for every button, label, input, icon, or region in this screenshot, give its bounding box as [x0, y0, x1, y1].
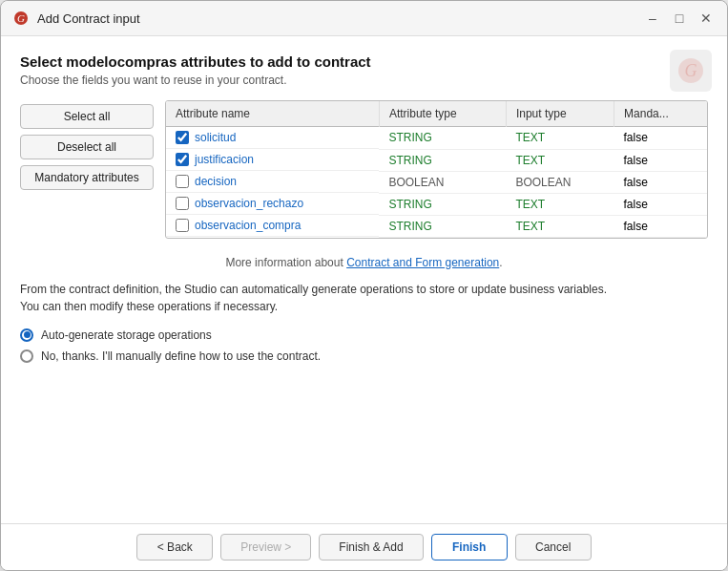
minimize-button[interactable]: –: [643, 9, 662, 28]
table-row: justificacion STRING TEXT false: [166, 149, 707, 171]
cell-input-2: BOOLEAN: [506, 171, 614, 193]
cell-type-4: STRING: [379, 215, 506, 237]
cell-name-4: observacion_compra: [166, 215, 379, 237]
col-header-mandatory: Manda...: [614, 101, 707, 127]
col-header-name: Attribute name: [166, 101, 379, 127]
title-bar-left: G Add Contract input: [12, 10, 140, 27]
attributes-section: Select all Deselect all Mandatory attrib…: [20, 100, 708, 239]
mandatory-attributes-button[interactable]: Mandatory attributes: [20, 165, 154, 190]
cell-name-3: observacion_rechazo: [166, 193, 379, 215]
brand-watermark: G: [670, 50, 712, 92]
footer: < Back Preview > Finish & Add Finish Can…: [1, 524, 727, 570]
left-button-group: Select all Deselect all Mandatory attrib…: [20, 100, 154, 239]
cell-type-3: STRING: [379, 193, 506, 215]
radio-manual[interactable]: No, thanks. I'll manually define how to …: [20, 349, 708, 363]
cell-type-1: STRING: [379, 149, 506, 171]
table-header-row: Attribute name Attribute type Input type…: [166, 101, 707, 127]
radio-auto[interactable]: Auto-generate storage operations: [20, 328, 708, 342]
cell-mandatory-0: false: [614, 127, 707, 150]
cell-mandatory-3: false: [614, 193, 707, 215]
contract-form-link[interactable]: Contract and Form generation: [346, 256, 499, 269]
row-checkbox-3[interactable]: [176, 197, 189, 210]
attr-name-0: solicitud: [195, 131, 236, 144]
more-info-text: More information about Contract and Form…: [20, 256, 708, 269]
radio-group: Auto-generate storage operations No, tha…: [20, 328, 708, 363]
radio-auto-indicator: [20, 328, 33, 342]
deselect-all-button[interactable]: Deselect all: [20, 135, 154, 159]
table-row: observacion_compra STRING TEXT false: [166, 215, 707, 237]
attr-name-2: decision: [195, 175, 237, 188]
cell-mandatory-1: false: [614, 149, 707, 171]
app-icon: G: [12, 10, 30, 27]
cell-input-1: TEXT: [506, 149, 614, 171]
cell-input-0: TEXT: [506, 127, 614, 150]
cell-input-3: TEXT: [506, 193, 614, 215]
finish-add-button[interactable]: Finish & Add: [319, 534, 423, 560]
title-bar: G Add Contract input – □ ✕: [1, 1, 727, 36]
col-header-type: Attribute type: [379, 101, 506, 127]
cell-name-0: solicitud: [166, 127, 379, 149]
attr-name-4: observacion_compra: [195, 219, 301, 232]
table-row: observacion_rechazo STRING TEXT false: [166, 193, 707, 215]
table-row: solicitud STRING TEXT false: [166, 127, 707, 150]
col-header-input: Input type: [506, 101, 614, 127]
finish-button[interactable]: Finish: [431, 534, 508, 560]
row-checkbox-1[interactable]: [176, 153, 189, 166]
cell-mandatory-2: false: [614, 171, 707, 193]
table-row: decision BOOLEAN BOOLEAN false: [166, 171, 707, 193]
back-button[interactable]: < Back: [136, 534, 213, 560]
page-title: Select modelocompras attributes to add t…: [20, 53, 708, 70]
preview-button[interactable]: Preview >: [220, 534, 311, 560]
attributes-table: Attribute name Attribute type Input type…: [166, 101, 707, 238]
cell-type-2: BOOLEAN: [379, 171, 506, 193]
svg-text:G: G: [685, 61, 697, 80]
title-bar-controls: – □ ✕: [643, 9, 716, 28]
content-area: G Select modelocompras attributes to add…: [1, 36, 727, 523]
cell-name-2: decision: [166, 171, 379, 193]
window-title: Add Contract input: [37, 11, 140, 26]
attr-name-3: observacion_rechazo: [195, 197, 303, 210]
row-checkbox-4[interactable]: [176, 219, 189, 232]
cancel-button[interactable]: Cancel: [515, 534, 592, 560]
page-subtitle: Choose the fields you want to reuse in y…: [20, 74, 708, 87]
row-checkbox-2[interactable]: [176, 175, 189, 188]
radio-manual-indicator: [20, 349, 33, 363]
cell-input-4: TEXT: [506, 215, 614, 237]
description-block: From the contract definition, the Studio…: [20, 281, 708, 315]
description-line2: You can then modify these operations if …: [20, 298, 708, 315]
cell-mandatory-4: false: [614, 215, 707, 237]
cell-name-1: justificacion: [166, 149, 379, 171]
row-checkbox-0[interactable]: [176, 131, 189, 144]
cell-type-0: STRING: [379, 127, 506, 150]
dialog-window: G Add Contract input – □ ✕ G Select mode…: [0, 0, 728, 571]
svg-text:G: G: [17, 12, 25, 24]
more-info-suffix: .: [499, 256, 502, 269]
radio-auto-label: Auto-generate storage operations: [41, 328, 212, 342]
select-all-button[interactable]: Select all: [20, 104, 154, 129]
maximize-button[interactable]: □: [670, 9, 689, 28]
more-info-prefix: More information about: [225, 256, 346, 269]
description-line1: From the contract definition, the Studio…: [20, 281, 708, 298]
radio-manual-label: No, thanks. I'll manually define how to …: [41, 349, 321, 363]
attributes-table-container: Attribute name Attribute type Input type…: [165, 100, 708, 239]
close-button[interactable]: ✕: [697, 9, 716, 28]
attr-name-1: justificacion: [195, 153, 254, 166]
